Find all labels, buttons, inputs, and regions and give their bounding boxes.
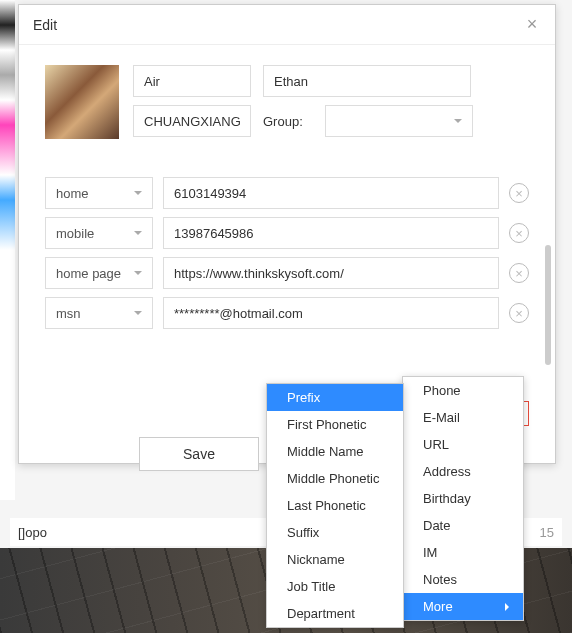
menu-item-last-phonetic[interactable]: Last Phonetic — [267, 492, 403, 519]
menu-item-url[interactable]: URL — [403, 431, 523, 458]
field-type-select[interactable]: msn — [45, 297, 153, 329]
field-value-input[interactable] — [163, 217, 499, 249]
menu-item-date[interactable]: Date — [403, 512, 523, 539]
save-button[interactable]: Save — [139, 437, 259, 471]
field-value-input[interactable] — [163, 177, 499, 209]
menu-item-email[interactable]: E-Mail — [403, 404, 523, 431]
delete-icon[interactable]: × — [509, 183, 529, 203]
avatar[interactable] — [45, 65, 119, 139]
sidebar-thumbnails — [0, 0, 15, 500]
company-input[interactable] — [133, 105, 251, 137]
menu-item-job-title[interactable]: Job Title — [267, 573, 403, 600]
field-type-select[interactable]: mobile — [45, 217, 153, 249]
contact-time: 15 — [540, 525, 554, 540]
field-row: mobile × — [45, 217, 529, 249]
menu-item-suffix[interactable]: Suffix — [267, 519, 403, 546]
last-name-input[interactable] — [263, 65, 471, 97]
menu-item-address[interactable]: Address — [403, 458, 523, 485]
delete-icon[interactable]: × — [509, 263, 529, 283]
delete-icon[interactable]: × — [509, 223, 529, 243]
modal-header: Edit × — [19, 5, 555, 45]
group-label: Group: — [263, 105, 313, 137]
scrollbar[interactable] — [545, 245, 551, 365]
field-row: msn × — [45, 297, 529, 329]
field-value-input[interactable] — [163, 297, 499, 329]
field-row: home × — [45, 177, 529, 209]
field-value-input[interactable] — [163, 257, 499, 289]
menu-item-department[interactable]: Department — [267, 600, 403, 627]
fields-list: home × mobile × home page × msn × — [45, 177, 529, 329]
menu-item-middle-phonetic[interactable]: Middle Phonetic — [267, 465, 403, 492]
first-name-input[interactable] — [133, 65, 251, 97]
more-submenu: Prefix First Phonetic Middle Name Middle… — [266, 383, 404, 628]
close-icon[interactable]: × — [523, 16, 541, 34]
menu-item-notes[interactable]: Notes — [403, 566, 523, 593]
modal-title: Edit — [33, 17, 57, 33]
menu-item-im[interactable]: IM — [403, 539, 523, 566]
menu-item-middle-name[interactable]: Middle Name — [267, 438, 403, 465]
menu-item-first-phonetic[interactable]: First Phonetic — [267, 411, 403, 438]
group-select[interactable] — [325, 105, 473, 137]
delete-icon[interactable]: × — [509, 303, 529, 323]
menu-item-prefix[interactable]: Prefix — [267, 384, 403, 411]
menu-item-more[interactable]: More — [403, 593, 523, 620]
menu-item-nickname[interactable]: Nickname — [267, 546, 403, 573]
field-type-select[interactable]: home page — [45, 257, 153, 289]
menu-item-birthday[interactable]: Birthday — [403, 485, 523, 512]
field-row: home page × — [45, 257, 529, 289]
field-type-select[interactable]: home — [45, 177, 153, 209]
contact-name: []opo — [18, 525, 47, 540]
add-more-menu: Phone E-Mail URL Address Birthday Date I… — [402, 376, 524, 621]
menu-item-phone[interactable]: Phone — [403, 377, 523, 404]
